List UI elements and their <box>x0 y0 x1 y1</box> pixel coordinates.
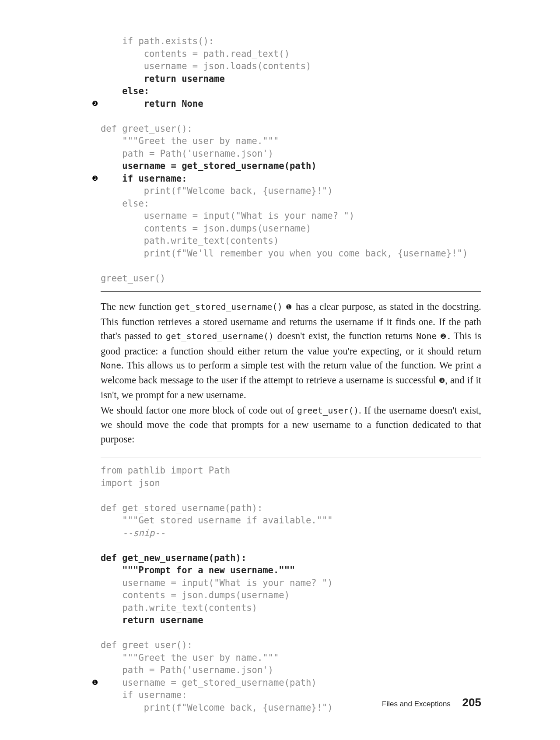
code-blank <box>101 627 481 639</box>
code-line: ❷ return None <box>101 98 481 110</box>
code-line: path.write_text(contents) <box>101 602 481 614</box>
code-bold: return username <box>101 615 203 625</box>
code-listing-2: from pathlib import Path import json def… <box>101 457 481 721</box>
code-line: username = input("What is your name? ") <box>101 577 481 589</box>
code-line: if path.exists(): <box>101 35 481 48</box>
code-text: username = get_stored_username(path) <box>101 677 317 688</box>
code-indent <box>101 528 122 538</box>
inline-code: greet_user() <box>297 406 359 416</box>
code-line: ❶ username = get_stored_username(path) <box>101 677 481 689</box>
code-line: def get_new_username(path): <box>101 552 481 565</box>
code-listing-1: if path.exists(): contents = path.read_t… <box>101 35 481 292</box>
code-line: def get_stored_username(path): <box>101 502 481 515</box>
code-line: def greet_user(): <box>101 123 481 135</box>
page-footer: Files and Exceptions 205 <box>382 696 481 709</box>
paragraph-2: We should factor one more block of code … <box>101 403 481 447</box>
code-line: greet_user() <box>101 272 481 285</box>
code-line: else: <box>101 197 481 210</box>
snip-marker: --snip-- <box>122 528 165 538</box>
code-bold: return None <box>101 98 203 109</box>
page: if path.exists(): contents = path.read_t… <box>0 0 560 740</box>
code-line: return username <box>101 73 481 85</box>
code-line: from pathlib import Path <box>101 464 481 477</box>
inline-code: get_stored_username() <box>166 331 274 341</box>
code-line: """Get stored username if available.""" <box>101 514 481 527</box>
code-line: import json <box>101 477 481 490</box>
code-line: ❸ if username: <box>101 172 481 185</box>
code-line: path = Path('username.json') <box>101 664 481 677</box>
chapter-title: Files and Exceptions <box>382 700 451 708</box>
code-line: print(f"Welcome back, {username}!") <box>101 185 481 197</box>
code-bold: else: <box>101 86 149 96</box>
callout-marker-2: ❷ <box>92 98 104 110</box>
text: We should factor one more block of code … <box>101 405 297 416</box>
code-line: contents = json.dumps(username) <box>101 589 481 602</box>
code-line: path = Path('username.json') <box>101 147 481 160</box>
code-line: username = json.loads(contents) <box>101 60 481 73</box>
code-blank <box>101 260 481 272</box>
paragraph-1: The new function get_stored_username() ❶… <box>101 300 481 403</box>
text: The new function <box>101 301 175 312</box>
code-line: def greet_user(): <box>101 639 481 652</box>
code-bold: username = get_stored_username(path) <box>101 161 317 171</box>
code-line: username = get_stored_username(path) <box>101 160 481 172</box>
text: doesn't exist, the function returns <box>274 330 416 341</box>
callout-ref-1: ❶ <box>286 303 293 311</box>
code-bold: return username <box>101 74 225 84</box>
inline-code: None <box>101 361 121 371</box>
code-line: """Greet the user by name.""" <box>101 652 481 664</box>
code-line: --snip-- <box>101 527 481 540</box>
inline-code: None <box>416 331 437 341</box>
code-bold: if username: <box>101 173 187 184</box>
code-bold: """Prompt for a new username.""" <box>101 565 295 575</box>
code-line: """Prompt for a new username.""" <box>101 564 481 577</box>
code-blank <box>101 539 481 552</box>
code-blank <box>101 489 481 502</box>
code-line: path.write_text(contents) <box>101 235 481 247</box>
callout-ref-3: ❸ <box>439 377 445 384</box>
text: . This allows us to perform a simple tes… <box>101 360 481 386</box>
page-number: 205 <box>462 696 481 709</box>
code-line: print(f"We'll remember you when you come… <box>101 247 481 260</box>
callout-ref-2: ❷ <box>440 333 448 340</box>
body-text: The new function get_stored_username() ❶… <box>101 300 481 446</box>
inline-code: get_stored_username() <box>175 302 283 312</box>
callout-marker-1: ❶ <box>92 677 104 689</box>
code-line: contents = json.dumps(username) <box>101 222 481 235</box>
space <box>283 301 286 312</box>
code-line: """Greet the user by name.""" <box>101 135 481 147</box>
code-line: else: <box>101 85 481 98</box>
code-line: username = input("What is your name? ") <box>101 210 481 222</box>
code-line: return username <box>101 614 481 627</box>
callout-marker-3: ❸ <box>92 172 104 185</box>
code-bold: def get_new_username(path): <box>101 553 246 563</box>
code-line: contents = path.read_text() <box>101 48 481 60</box>
code-blank <box>101 110 481 123</box>
